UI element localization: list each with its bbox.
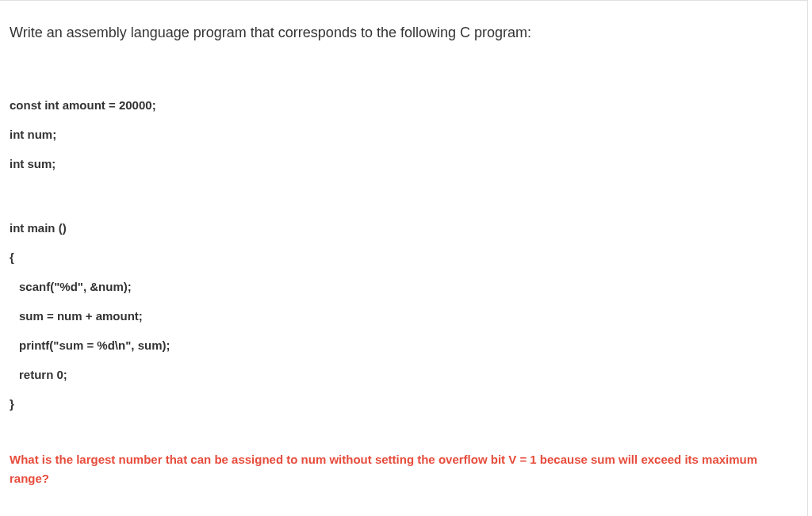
question-container: Write an assembly language program that …	[0, 0, 808, 516]
code-line-printf: printf("sum = %d\n", sum);	[10, 337, 798, 354]
code-block: const int amount = 20000; int num; int s…	[10, 97, 798, 412]
code-line-scanf: scanf("%d", &num);	[10, 278, 798, 295]
code-line-close-brace: }	[10, 396, 798, 412]
code-spacer	[10, 185, 798, 207]
code-line-main: int main ()	[10, 220, 798, 236]
highlighted-question: What is the largest number that can be a…	[10, 450, 798, 488]
code-line-int-sum: int sum;	[10, 155, 798, 172]
code-line-open-brace: {	[10, 249, 798, 266]
code-line-int-num: int num;	[10, 126, 798, 143]
code-line-return: return 0;	[10, 366, 798, 383]
code-line-sum: sum = num + amount;	[10, 308, 798, 324]
question-prompt: Write an assembly language program that …	[10, 23, 798, 43]
code-line-const: const int amount = 20000;	[10, 97, 798, 113]
